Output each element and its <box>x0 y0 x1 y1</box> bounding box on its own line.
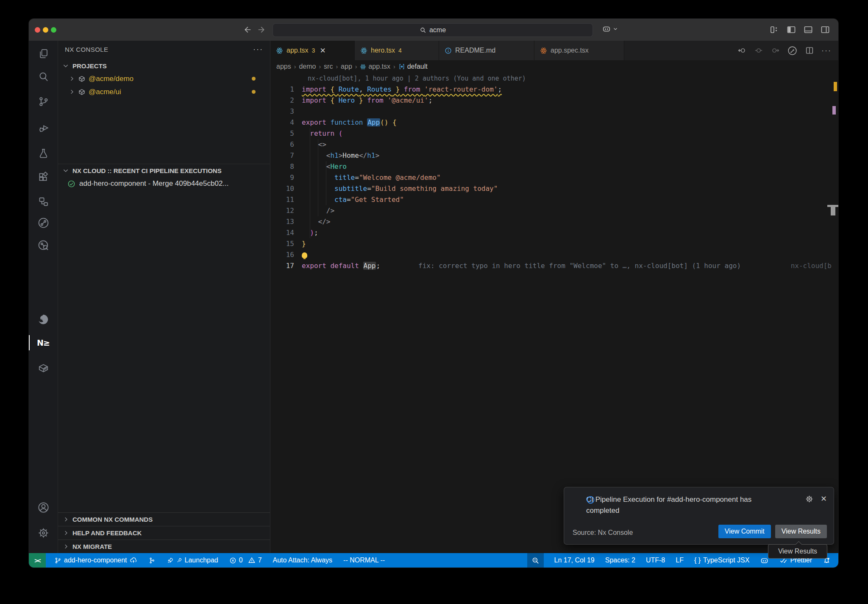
nx-graph-icon[interactable] <box>29 213 58 233</box>
auto-attach-item[interactable]: Auto Attach: Always <box>273 556 333 564</box>
account-icon[interactable] <box>29 497 58 517</box>
breadcrumb-item[interactable]: demo <box>299 63 316 70</box>
project-item-acme-demo[interactable]: @acme/demo <box>58 72 270 85</box>
nx-project-details-icon[interactable] <box>29 235 58 255</box>
code-line[interactable]: 13 </> <box>270 216 838 227</box>
nav-next-icon[interactable] <box>771 46 780 55</box>
line-number: 14 <box>270 227 302 238</box>
tab-readme-md[interactable]: README.md <box>439 41 534 60</box>
launchpad-item[interactable]: Launchpad <box>167 556 218 564</box>
code-line[interactable]: 6 <> <box>270 139 838 150</box>
errors-icon <box>229 557 236 564</box>
copilot-menu[interactable] <box>602 24 618 34</box>
close-icon[interactable]: ✕ <box>320 46 326 55</box>
indentation-item[interactable]: Spaces: 2 <box>605 556 635 564</box>
title-bar: acme <box>29 19 838 41</box>
remote-indicator[interactable]: >< <box>29 553 46 568</box>
close-window-button[interactable] <box>35 27 40 33</box>
code-line[interactable]: 7 <h1>Home</h1> <box>270 150 838 161</box>
project-item-acme-ui[interactable]: @acme/ui <box>58 85 270 98</box>
code-line[interactable]: 14 ); <box>270 227 838 238</box>
problems-item[interactable]: 0 7 <box>229 556 262 564</box>
search-icon[interactable] <box>29 66 58 87</box>
code-line[interactable]: 15} <box>270 238 838 249</box>
code-editor[interactable]: nx-cloud[bot], 1 hour ago | 2 authors (Y… <box>270 73 838 553</box>
toggle-panel-icon[interactable] <box>803 24 814 35</box>
react-test-file-icon <box>540 47 547 54</box>
breadcrumb-item[interactable]: app.tsx <box>368 63 390 70</box>
testing-icon[interactable] <box>29 143 58 163</box>
nx-cloud-section-header[interactable]: NX CLOUD :: RECENT CI PIPELINE EXECUTION… <box>58 164 270 177</box>
more-actions-icon[interactable]: ··· <box>821 46 832 55</box>
project-structure-icon[interactable] <box>29 191 58 212</box>
code-line[interactable]: 5 return ( <box>270 128 838 139</box>
notification-settings-gear-icon[interactable] <box>805 494 814 503</box>
pipeline-execution-item[interactable]: add-hero-component - Merge 409b44e5cb02.… <box>58 177 270 190</box>
code-line[interactable]: 11 cta="Get Started" <box>270 194 838 205</box>
edge-browser-icon[interactable] <box>29 309 58 330</box>
language-mode-item[interactable]: { } TypeScript JSX <box>694 556 750 564</box>
code-line[interactable]: 17export default App;fix: correct typo i… <box>270 260 838 271</box>
vim-mode-item[interactable]: -- NORMAL -- <box>343 556 385 564</box>
projects-section-header[interactable]: PROJECTS <box>58 59 270 72</box>
warnings-icon <box>248 556 256 564</box>
settings-gear-icon[interactable] <box>29 523 58 543</box>
tab-hero-tsx[interactable]: hero.tsx 4 <box>355 41 439 60</box>
breadcrumb-item[interactable]: app <box>341 63 352 70</box>
toggle-secondary-sidebar-icon[interactable] <box>820 24 831 35</box>
sidebar-more-actions-icon[interactable]: ··· <box>253 45 263 54</box>
line-number: 4 <box>270 117 302 128</box>
git-graph-item[interactable] <box>148 557 156 564</box>
help-and-feedback-section[interactable]: HELP AND FEEDBACK <box>58 526 270 540</box>
maximize-window-button[interactable] <box>51 27 56 33</box>
view-results-button[interactable]: View Results <box>775 525 827 538</box>
extensions-icon[interactable] <box>29 167 58 187</box>
source-control-icon[interactable] <box>29 91 58 112</box>
explorer-icon[interactable] <box>29 43 58 64</box>
breadcrumb-item[interactable]: src <box>324 63 333 70</box>
activity-bar: N≥ <box>29 41 58 553</box>
minimize-window-button[interactable] <box>43 27 48 33</box>
breadcrumb-item[interactable]: apps <box>276 63 291 70</box>
code-line[interactable]: 10 subtitle="Build something amazing tod… <box>270 183 838 194</box>
code-line[interactable]: 9 title="Welcome @acme/demo" <box>270 172 838 183</box>
line-number: 15 <box>270 238 302 249</box>
lightbulb-icon[interactable] <box>302 252 307 258</box>
code-line[interactable]: 12 /> <box>270 205 838 216</box>
containers-icon[interactable] <box>29 358 58 378</box>
tab-app-tsx[interactable]: app.tsx 3 ✕ <box>270 41 355 60</box>
code-line[interactable]: 4export function App() { <box>270 117 838 128</box>
nav-previous-icon[interactable] <box>737 46 747 55</box>
command-center-search[interactable]: acme <box>273 23 593 37</box>
tab-app-spec-tsx[interactable]: app.spec.tsx <box>534 41 624 60</box>
line-number: 3 <box>270 106 302 117</box>
view-commit-button[interactable]: View Commit <box>718 525 771 538</box>
nx-console-icon[interactable]: N≥ <box>29 333 58 353</box>
notification-close-icon[interactable]: ✕ <box>821 494 827 503</box>
ruler-modified-mark <box>832 106 836 115</box>
nx-migrate-section[interactable]: NX MIGRATE <box>58 540 270 553</box>
split-editor-icon[interactable] <box>805 46 814 55</box>
code-line[interactable]: 3 <box>270 106 838 117</box>
customize-layout-icon[interactable] <box>769 24 780 35</box>
nav-current-icon[interactable] <box>754 46 763 55</box>
toggle-primary-sidebar-icon[interactable] <box>786 24 797 35</box>
code-line[interactable]: 8 <Hero <box>270 161 838 172</box>
blame-overflow-text: nx-cloud[b <box>791 260 832 271</box>
code-line[interactable]: 1import { Route, Routes } from 'react-ro… <box>270 84 838 95</box>
run-debug-icon[interactable] <box>29 117 58 138</box>
encoding-item[interactable]: UTF-8 <box>646 556 665 564</box>
history-back-icon[interactable] <box>242 24 253 35</box>
nx-graph-circle-icon[interactable] <box>787 45 798 56</box>
cursor-position-item[interactable]: Ln 17, Col 19 <box>554 556 595 564</box>
tab-label: README.md <box>455 47 495 54</box>
code-line[interactable]: 2import { Hero } from '@acme/ui'; <box>270 95 838 106</box>
zoom-indicator[interactable] <box>527 553 544 568</box>
code-line[interactable]: 16 <box>270 249 838 260</box>
history-forward-icon[interactable] <box>256 24 267 35</box>
common-nx-commands-section[interactable]: COMMON NX COMMANDS <box>58 512 270 526</box>
git-branch-item[interactable]: add-hero-component <box>54 556 137 564</box>
breadcrumb-item[interactable]: default <box>407 63 428 70</box>
eol-item[interactable]: LF <box>676 556 684 564</box>
chevron-down-icon <box>62 62 69 69</box>
